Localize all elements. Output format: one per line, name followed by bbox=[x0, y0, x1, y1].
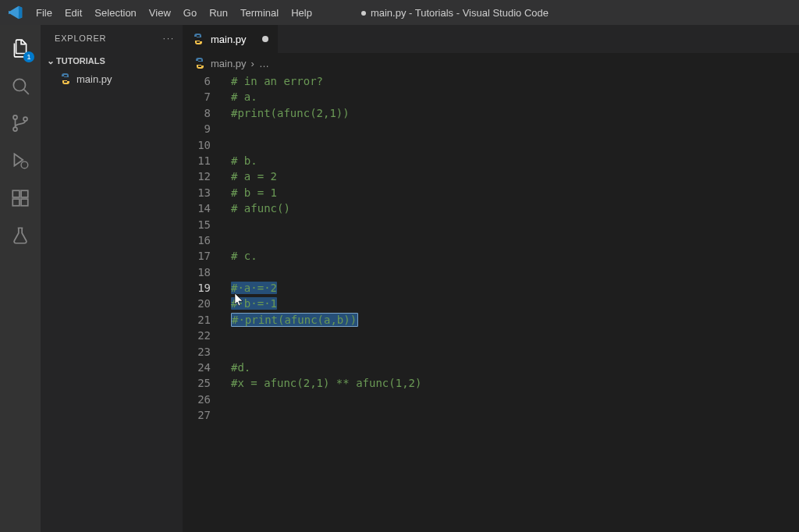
breadcrumbs[interactable]: main.py › … bbox=[183, 53, 799, 73]
dirty-indicator-icon bbox=[361, 11, 366, 16]
activity-explorer[interactable]: 1 bbox=[0, 30, 41, 67]
tree-file-main[interactable]: main.py bbox=[51, 70, 183, 87]
breadcrumb-more: … bbox=[259, 58, 269, 69]
svg-point-3 bbox=[13, 127, 17, 131]
activity-testing[interactable] bbox=[0, 217, 41, 254]
chevron-down-icon: ⌄ bbox=[45, 55, 56, 66]
play-bug-icon bbox=[10, 151, 30, 171]
activity-run-debug[interactable] bbox=[0, 142, 41, 179]
breadcrumb-file: main.py bbox=[211, 58, 247, 69]
editor-area: main.py main.py › … 67891011121314151617… bbox=[183, 25, 799, 532]
sidebar-section-tutorials[interactable]: ⌄ TUTORIALS bbox=[41, 51, 183, 70]
line-number-gutter: 6789101112131415161718192021222324252627 bbox=[183, 73, 231, 532]
code-lines[interactable]: # in an error?# a.#print(afunc(2,1))# b.… bbox=[231, 73, 799, 532]
svg-point-0 bbox=[13, 79, 25, 90]
menu-edit[interactable]: Edit bbox=[59, 0, 88, 25]
menu-selection[interactable]: Selection bbox=[88, 0, 142, 25]
sidebar-title: EXPLORER bbox=[55, 34, 106, 43]
activity-extensions[interactable] bbox=[0, 179, 41, 217]
menu-terminal[interactable]: Terminal bbox=[234, 0, 285, 25]
sidebar: EXPLORER ··· ⌄ TUTORIALS main.py bbox=[41, 25, 183, 532]
menu-run[interactable]: Run bbox=[203, 0, 234, 25]
svg-rect-7 bbox=[12, 199, 20, 206]
menu-help[interactable]: Help bbox=[285, 0, 318, 25]
activity-source-control[interactable] bbox=[0, 105, 41, 142]
svg-point-5 bbox=[21, 161, 28, 168]
activitybar: 1 bbox=[0, 25, 41, 532]
svg-point-4 bbox=[23, 117, 27, 121]
menu-file[interactable]: File bbox=[30, 0, 59, 25]
search-icon bbox=[10, 76, 30, 96]
extensions-icon bbox=[10, 188, 30, 208]
svg-rect-6 bbox=[12, 190, 20, 197]
tab-label: main.py bbox=[211, 34, 247, 45]
menu-view[interactable]: View bbox=[143, 0, 177, 25]
beaker-icon bbox=[10, 225, 30, 246]
file-tree: main.py bbox=[41, 70, 183, 87]
menubar: File Edit Selection View Go Run Terminal… bbox=[0, 0, 799, 25]
vscode-logo-icon bbox=[5, 0, 27, 25]
section-label: TUTORIALS bbox=[56, 56, 105, 66]
svg-rect-8 bbox=[21, 199, 28, 206]
sidebar-more-icon[interactable]: ··· bbox=[163, 34, 175, 43]
python-file-icon bbox=[192, 33, 204, 45]
explorer-badge: 1 bbox=[23, 51, 34, 62]
svg-rect-9 bbox=[21, 190, 28, 197]
python-file-icon bbox=[194, 57, 206, 69]
breadcrumb-sep-icon: › bbox=[251, 58, 254, 69]
menu-go[interactable]: Go bbox=[177, 0, 203, 25]
tree-file-label: main.py bbox=[76, 73, 112, 85]
tab-dirty-icon bbox=[262, 36, 268, 42]
sidebar-title-row: EXPLORER ··· bbox=[41, 25, 183, 51]
code-editor[interactable]: 6789101112131415161718192021222324252627… bbox=[183, 73, 799, 532]
branch-icon bbox=[10, 113, 30, 133]
svg-line-1 bbox=[24, 90, 29, 94]
tab-main-py[interactable]: main.py bbox=[183, 25, 279, 53]
activity-search[interactable] bbox=[0, 67, 41, 105]
python-file-icon bbox=[59, 73, 72, 85]
svg-point-2 bbox=[13, 115, 17, 119]
tab-bar: main.py bbox=[183, 25, 799, 53]
